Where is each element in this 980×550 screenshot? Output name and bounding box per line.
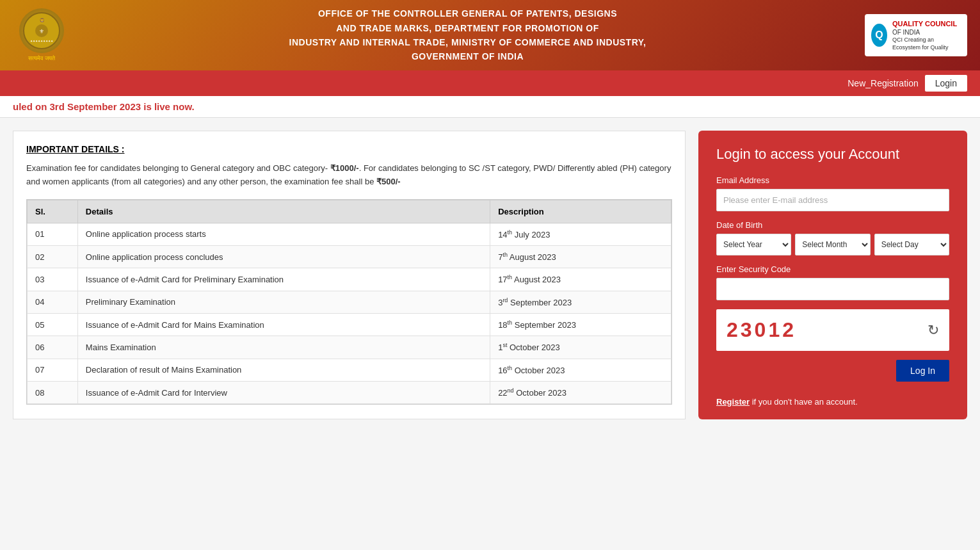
main-content: IMPORTANT DETAILS : Examination fee for … (0, 118, 980, 432)
captcha-area: 23012 ↻ (716, 309, 949, 351)
table-row: 04 Preliminary Examination 3rd September… (28, 291, 671, 313)
svg-text:✦✦✦✦✦✦✦✦✦: ✦✦✦✦✦✦✦✦✦ (30, 39, 53, 43)
ticker-text: uled on 3rd September 2023 is live now. (13, 101, 195, 112)
left-panel: IMPORTANT DETAILS : Examination fee for … (13, 131, 686, 419)
select-day[interactable]: Select Day (874, 234, 949, 255)
emblem-logo: 🦁 ⚜ ✦✦✦✦✦✦✦✦✦ सत्यमेव जयते (13, 8, 70, 62)
email-label: Email Address (716, 175, 949, 185)
emblem-circle: 🦁 ⚜ ✦✦✦✦✦✦✦✦✦ (19, 8, 64, 53)
register-text: Register if you don't have an account. (716, 397, 949, 407)
security-code-label: Enter Security Code (716, 264, 949, 274)
cell-details: Mains Examination (77, 336, 490, 359)
login-button[interactable]: Log In (896, 360, 949, 382)
new-registration-link[interactable]: New_Registration (847, 78, 919, 88)
ticker-bar: uled on 3rd September 2023 is live now. (0, 96, 980, 118)
cell-details: Online application process concludes (77, 245, 490, 268)
cell-sl: 01 (28, 223, 78, 245)
cell-sl: 08 (28, 381, 78, 403)
cell-sl: 06 (28, 336, 78, 359)
schedule-table: Sl. Details Description 01 Online applic… (27, 200, 671, 405)
cell-description: 14th July 2023 (490, 223, 671, 245)
table-row: 02 Online application process concludes … (28, 245, 671, 268)
select-month[interactable]: Select Month (795, 234, 870, 255)
page-header: 🦁 ⚜ ✦✦✦✦✦✦✦✦✦ सत्यमेव जयते OFFICE OF THE… (0, 0, 980, 70)
cell-description: 22nd October 2023 (490, 381, 671, 403)
table-row: 01 Online application process starts 14t… (28, 223, 671, 245)
cell-description: 17th August 2023 (490, 268, 671, 291)
col-details: Details (77, 200, 490, 223)
qci-logo: Q QUALITY COUNCIL OF INDIA QCI Creating … (865, 14, 967, 57)
cell-description: 18th September 2023 (490, 313, 671, 336)
cell-sl: 02 (28, 245, 78, 268)
captcha-code: 23012 (727, 318, 796, 342)
cell-description: 1st October 2023 (490, 336, 671, 359)
security-code-input[interactable] (716, 278, 949, 300)
cell-details: Issuance of e-Admit Card for Mains Exami… (77, 313, 490, 336)
login-title: Login to access your Account (716, 146, 949, 163)
cell-details: Online application process starts (77, 223, 490, 245)
satyamev-text: सत्यमेव जयते (28, 55, 55, 62)
cell-sl: 03 (28, 268, 78, 291)
table-row: 08 Issuance of e-Admit Card for Intervie… (28, 381, 671, 403)
svg-text:🦁: 🦁 (40, 18, 45, 23)
select-year[interactable]: Select Year (716, 234, 791, 255)
table-row: 05 Issuance of e-Admit Card for Mains Ex… (28, 313, 671, 336)
qci-icon: Q (871, 24, 887, 47)
cell-details: Issuance of e-Admit Card for Preliminary… (77, 268, 490, 291)
cell-description: 7th August 2023 (490, 245, 671, 268)
cell-details: Declaration of result of Mains Examinati… (77, 359, 490, 381)
schedule-table-container: Sl. Details Description 01 Online applic… (26, 199, 672, 405)
email-input[interactable] (716, 189, 949, 211)
cell-description: 3rd September 2023 (490, 291, 671, 313)
dob-label: Date of Birth (716, 220, 949, 230)
table-row: 03 Issuance of e-Admit Card for Prelimin… (28, 268, 671, 291)
cell-details: Preliminary Examination (77, 291, 490, 313)
login-panel: Login to access your Account Email Addre… (698, 131, 967, 419)
register-link[interactable]: Register (716, 397, 750, 407)
svg-text:⚜: ⚜ (39, 28, 44, 35)
cell-details: Issuance of e-Admit Card for Interview (77, 381, 490, 403)
header-title: OFFICE OF THE CONTROLLER GENERAL OF PATE… (70, 6, 865, 64)
cell-sl: 05 (28, 313, 78, 336)
login-button-row: Log In (716, 360, 949, 391)
table-row: 06 Mains Examination 1st October 2023 (28, 336, 671, 359)
navbar: New_Registration Login (0, 70, 980, 96)
important-details-title: IMPORTANT DETAILS : (26, 144, 672, 154)
dob-row: Select Year Select Month Select Day (716, 234, 949, 255)
cell-sl: 04 (28, 291, 78, 313)
cell-description: 16th October 2023 (490, 359, 671, 381)
table-row: 07 Declaration of result of Mains Examin… (28, 359, 671, 381)
col-sl: Sl. (28, 200, 78, 223)
cell-sl: 07 (28, 359, 78, 381)
refresh-captcha-icon[interactable]: ↻ (928, 322, 939, 339)
login-nav-button[interactable]: Login (925, 75, 967, 92)
col-description: Description (490, 200, 671, 223)
fee-text: Examination fee for candidates belonging… (26, 162, 672, 189)
